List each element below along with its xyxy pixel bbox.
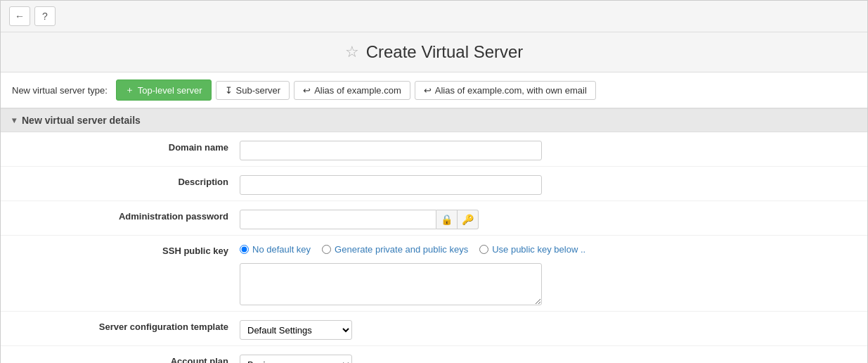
generate-password-button[interactable]: 🔑 — [458, 210, 479, 229]
page-header: ☆ Create Virtual Server — [1, 32, 867, 72]
domain-name-content — [240, 138, 867, 160]
type-selector-row: New virtual server type: ＋ Top-level ser… — [1, 72, 867, 108]
section-header: ▾ New virtual server details — [1, 108, 867, 132]
plus-icon: ＋ — [125, 84, 134, 96]
page-title: Create Virtual Server — [366, 42, 524, 62]
account-plan-row: Account plan Basic — [1, 346, 867, 363]
ssh-key-textarea[interactable] — [240, 263, 542, 305]
tab-top-level-server[interactable]: ＋ Top-level server — [116, 79, 212, 101]
admin-password-input[interactable] — [240, 210, 436, 229]
domain-name-label: Domain name — [1, 138, 240, 153]
form-body: Domain name Description Administration p… — [1, 132, 867, 363]
section-collapse-icon[interactable]: ▾ — [12, 115, 16, 125]
back-arrow-icon: ← — [15, 11, 25, 22]
tab-alias-email-label: Alias of example.com, with own email — [435, 85, 587, 96]
admin-password-content: 🔒 🔑 — [240, 207, 867, 229]
help-button[interactable]: ? — [34, 6, 56, 26]
password-wrap: 🔒 🔑 — [240, 210, 479, 229]
ssh-use-public-key-option[interactable]: Use public key below .. — [479, 244, 585, 255]
key-icon: 🔑 — [462, 214, 474, 225]
ssh-key-row: SSH public key No default key Generate p… — [1, 236, 867, 312]
domain-name-row: Domain name — [1, 132, 867, 167]
ssh-no-default-key-label: No default key — [252, 244, 311, 255]
alias-icon: ↩ — [303, 85, 311, 96]
toggle-password-visibility-button[interactable]: 🔒 — [436, 210, 458, 229]
virtual-server-details-section: ▾ New virtual server details Domain name… — [1, 108, 867, 363]
description-content — [240, 172, 867, 195]
ssh-use-public-key-radio[interactable] — [479, 245, 488, 254]
account-plan-content: Basic — [240, 352, 867, 363]
back-button[interactable]: ← — [9, 6, 30, 26]
server-config-label: Server configuration template — [1, 317, 240, 332]
ssh-key-content: No default key Generate private and publ… — [240, 241, 867, 305]
ssh-options: No default key Generate private and publ… — [240, 244, 585, 255]
alias-email-icon: ↩ — [424, 85, 432, 96]
admin-password-label: Administration password — [1, 207, 240, 222]
server-config-row: Server configuration template Default Se… — [1, 312, 867, 346]
tab-sub-server-label: Sub-server — [236, 85, 281, 96]
tab-alias-label: Alias of example.com — [314, 85, 401, 96]
ssh-no-default-key-radio[interactable] — [240, 245, 249, 254]
server-config-select[interactable]: Default Settings — [240, 320, 352, 340]
description-label: Description — [1, 172, 240, 187]
ssh-generate-keys-radio[interactable] — [322, 245, 331, 254]
admin-password-row: Administration password 🔒 🔑 — [1, 201, 867, 236]
eye-off-icon: 🔒 — [441, 214, 453, 225]
description-row: Description — [1, 167, 867, 201]
toolbar: ← ? — [1, 1, 867, 32]
main-window: ← ? ☆ Create Virtual Server New virtual … — [0, 0, 868, 363]
account-plan-select[interactable]: Basic — [240, 355, 352, 363]
domain-name-input[interactable] — [240, 141, 542, 160]
tab-alias[interactable]: ↩ Alias of example.com — [294, 81, 410, 100]
question-icon: ? — [42, 11, 48, 22]
tab-top-level-label: Top-level server — [138, 85, 202, 96]
ssh-generate-keys-label: Generate private and public keys — [335, 244, 468, 255]
type-selector-label: New virtual server type: — [12, 85, 108, 96]
ssh-no-default-key-option[interactable]: No default key — [240, 244, 311, 255]
section-title: New virtual server details — [22, 115, 141, 126]
tab-sub-server[interactable]: ↧ Sub-server — [216, 81, 290, 100]
server-config-content: Default Settings — [240, 317, 867, 340]
description-input[interactable] — [240, 175, 542, 195]
ssh-generate-keys-option[interactable]: Generate private and public keys — [322, 244, 468, 255]
tab-alias-email[interactable]: ↩ Alias of example.com, with own email — [415, 81, 596, 100]
ssh-key-label: SSH public key — [1, 241, 240, 256]
sub-server-icon: ↧ — [225, 85, 233, 96]
favorite-star-icon[interactable]: ☆ — [345, 43, 359, 61]
account-plan-label: Account plan — [1, 352, 240, 363]
ssh-use-public-key-label: Use public key below .. — [492, 244, 585, 255]
